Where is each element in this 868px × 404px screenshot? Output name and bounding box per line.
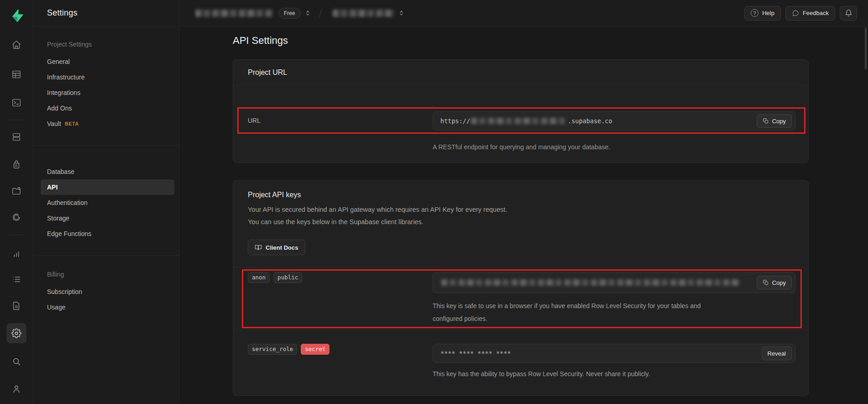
url-description: A RESTful endpoint for querying and mana… bbox=[433, 142, 795, 152]
project-selector-chevrons-icon[interactable] bbox=[398, 10, 405, 16]
service-role-badges: service_role secret bbox=[248, 344, 433, 378]
service-role-key-field[interactable]: **** **** **** **** Reveal bbox=[433, 344, 795, 363]
copy-anon-label: Copy bbox=[772, 279, 786, 286]
settings-icon[interactable] bbox=[6, 323, 26, 343]
sidebar-item-database[interactable]: Database bbox=[41, 164, 174, 179]
bell-icon bbox=[845, 9, 852, 17]
project-url-card: Project URL URL https://.supabase.co Cop… bbox=[233, 59, 809, 163]
masked-key-value: **** **** **** **** bbox=[440, 350, 511, 357]
copy-icon bbox=[763, 118, 769, 124]
breadcrumb-separator bbox=[319, 8, 322, 18]
service-role-badge: service_role bbox=[248, 344, 297, 355]
reports-icon[interactable] bbox=[6, 244, 26, 264]
reveal-label: Reveal bbox=[768, 350, 786, 357]
help-icon: ? bbox=[751, 9, 758, 17]
anon-key-description-line2: configured policies. bbox=[433, 312, 795, 325]
sidebar-header: Settings bbox=[33, 0, 179, 26]
sidebar-item-vault[interactable]: Vault BETA bbox=[41, 116, 174, 131]
api-keys-intro: Your API is secured behind an API gatewa… bbox=[248, 204, 794, 228]
database-icon[interactable] bbox=[6, 127, 26, 147]
sidebar-item-subscription[interactable]: Subscription bbox=[41, 284, 174, 299]
api-docs-icon[interactable] bbox=[6, 296, 26, 316]
reveal-button[interactable]: Reveal bbox=[762, 346, 792, 360]
api-keys-header: Project API keys Your API is secured beh… bbox=[233, 181, 808, 267]
project-url-field[interactable]: https://.supabase.co Copy bbox=[433, 111, 795, 131]
url-host-redacted bbox=[471, 118, 567, 124]
main-area: Free ? Help Feedback bbox=[180, 0, 868, 404]
rail-divider bbox=[9, 235, 25, 235]
sidebar-item-edge-functions[interactable]: Edge Functions bbox=[41, 226, 174, 241]
project-url-card-title: Project URL bbox=[248, 68, 287, 77]
sidebar-item-general[interactable]: General bbox=[41, 54, 174, 69]
sidebar-item-api[interactable]: API bbox=[41, 179, 174, 195]
help-button[interactable]: ? Help bbox=[744, 6, 781, 21]
book-icon bbox=[255, 244, 262, 251]
sidebar-item-infrastructure[interactable]: Infrastructure bbox=[41, 69, 174, 85]
section-label-project-settings: Project Settings bbox=[41, 37, 174, 51]
client-docs-label: Client Docs bbox=[266, 244, 298, 251]
edge-functions-icon[interactable] bbox=[6, 207, 26, 227]
table-editor-icon[interactable] bbox=[6, 64, 26, 84]
search-icon[interactable] bbox=[6, 352, 26, 372]
copy-url-button[interactable]: Copy bbox=[757, 114, 792, 128]
products-group: Database API Authentication Storage Edge… bbox=[33, 146, 179, 241]
url-prefix: https:// bbox=[440, 117, 470, 125]
beta-badge: BETA bbox=[65, 121, 79, 126]
sidebar-item-add-ons[interactable]: Add Ons bbox=[41, 100, 174, 116]
org-selector-chevrons-icon[interactable] bbox=[304, 10, 311, 16]
sidebar-title: Settings bbox=[47, 8, 78, 18]
api-keys-intro-line1: Your API is secured behind an API gatewa… bbox=[248, 204, 794, 216]
supabase-logo[interactable] bbox=[9, 7, 25, 24]
url-row-label: URL bbox=[248, 111, 433, 152]
secret-badge: secret bbox=[301, 344, 329, 355]
notifications-button[interactable] bbox=[840, 6, 857, 21]
vault-label: Vault bbox=[47, 120, 61, 127]
copy-anon-key-button[interactable]: Copy bbox=[757, 276, 792, 289]
url-row: URL https://.supabase.co Copy A RESTful … bbox=[233, 85, 808, 152]
anon-key-row: anon public Copy This key is safe t bbox=[233, 267, 808, 330]
icon-rail bbox=[0, 0, 33, 404]
anon-key-badges: anon public bbox=[248, 272, 433, 325]
logs-icon[interactable] bbox=[6, 269, 26, 289]
sidebar-item-usage[interactable]: Usage bbox=[41, 299, 174, 315]
rail-divider bbox=[9, 120, 25, 120]
service-role-description: This key has the ability to bypass Row L… bbox=[433, 369, 795, 378]
org-name-redacted[interactable] bbox=[195, 10, 273, 17]
anon-key-redacted bbox=[441, 279, 740, 286]
project-url-card-header: Project URL bbox=[233, 60, 808, 85]
plan-badge[interactable]: Free bbox=[278, 8, 301, 19]
anon-key-field[interactable]: Copy bbox=[433, 272, 795, 293]
project-name-redacted[interactable] bbox=[333, 10, 394, 17]
scrollbar-thumb[interactable] bbox=[865, 27, 867, 69]
api-keys-intro-line2: You can use the keys below in the Supaba… bbox=[248, 216, 794, 228]
api-keys-card-title: Project API keys bbox=[248, 191, 794, 199]
sidebar-item-storage[interactable]: Storage bbox=[41, 210, 174, 226]
copy-url-label: Copy bbox=[772, 118, 786, 125]
anon-key-description: This key is safe to use in a browser if … bbox=[433, 299, 795, 325]
sql-editor-icon[interactable] bbox=[6, 93, 26, 113]
help-label: Help bbox=[762, 10, 774, 16]
supabase-settings-page: Settings Project Settings General Infras… bbox=[0, 0, 868, 404]
settings-sidebar: Settings Project Settings General Infras… bbox=[33, 0, 179, 404]
sidebar-item-authentication[interactable]: Authentication bbox=[41, 195, 174, 210]
project-settings-group: Project Settings General Infrastructure … bbox=[33, 26, 179, 131]
account-icon[interactable] bbox=[6, 379, 26, 399]
api-keys-card: Project API keys Your API is secured beh… bbox=[233, 180, 809, 396]
anon-badge: anon bbox=[248, 272, 270, 283]
topbar: Free ? Help Feedback bbox=[180, 0, 868, 26]
feedback-button[interactable]: Feedback bbox=[785, 6, 835, 21]
topbar-actions: ? Help Feedback bbox=[744, 6, 857, 21]
client-docs-button[interactable]: Client Docs bbox=[248, 240, 305, 255]
home-icon[interactable] bbox=[6, 35, 26, 55]
url-suffix: .supabase.co bbox=[568, 117, 612, 125]
authentication-icon[interactable] bbox=[6, 154, 26, 174]
billing-group: Billing Subscription Usage bbox=[33, 256, 179, 315]
feedback-bubble-icon bbox=[792, 10, 799, 17]
sidebar-item-integrations[interactable]: Integrations bbox=[41, 85, 174, 100]
section-label-billing: Billing bbox=[41, 268, 174, 281]
copy-icon bbox=[763, 279, 769, 286]
public-badge: public bbox=[273, 272, 302, 283]
anon-key-description-line1: This key is safe to use in a browser if … bbox=[433, 299, 795, 312]
storage-icon[interactable] bbox=[6, 181, 26, 201]
feedback-label: Feedback bbox=[803, 10, 829, 16]
